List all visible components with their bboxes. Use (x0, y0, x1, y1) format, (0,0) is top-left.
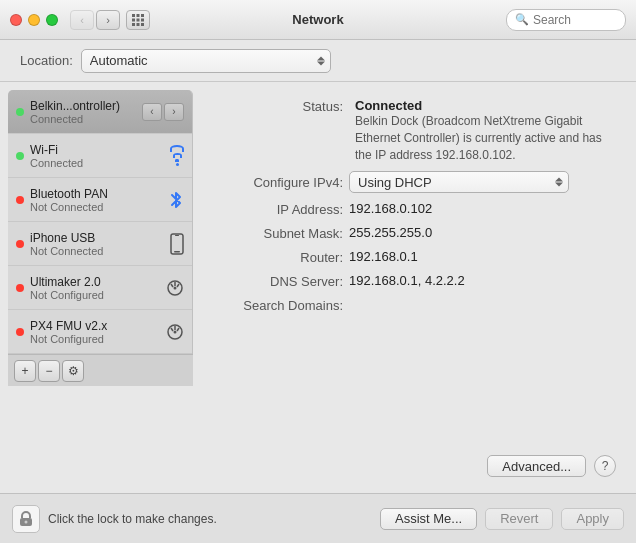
sidebar-text-px4: PX4 FMU v2.x Not Configured (30, 319, 166, 345)
svg-point-21 (174, 330, 177, 333)
ip-address-row: IP Address: 192.168.0.102 (213, 201, 616, 217)
search-icon: 🔍 (515, 13, 529, 26)
sidebar-item-iphone[interactable]: iPhone USB Not Connected (8, 222, 192, 266)
sidebar-bottom: + − ⚙ (8, 354, 193, 386)
search-input[interactable] (533, 13, 623, 27)
dial-icon-ultimaker (166, 279, 184, 297)
sidebar-status-bluetooth: Not Connected (30, 201, 168, 213)
router-row: Router: 192.168.0.1 (213, 249, 616, 265)
remove-network-button[interactable]: − (38, 360, 60, 382)
svg-line-19 (177, 328, 179, 331)
svg-rect-3 (132, 18, 135, 21)
add-network-button[interactable]: + (14, 360, 36, 382)
subnet-mask-row: Subnet Mask: 255.255.255.0 (213, 225, 616, 241)
apply-button[interactable]: Apply (561, 508, 624, 530)
ip-address-value: 192.168.0.102 (349, 201, 616, 216)
sidebar-text-belkin: Belkin...ontroller) Connected (30, 99, 138, 125)
svg-rect-1 (137, 14, 140, 17)
sidebar-status-px4: Not Configured (30, 333, 166, 345)
sidebar-name-belkin: Belkin...ontroller) (30, 99, 138, 113)
sidebar-text-ultimaker: Ultimaker 2.0 Not Configured (30, 275, 166, 301)
location-bar: Location: Automatic Edit Locations... (0, 40, 636, 82)
forward-button[interactable]: › (96, 10, 120, 30)
svg-rect-8 (141, 23, 144, 26)
sidebar-status-belkin: Connected (30, 113, 138, 125)
subnet-mask-value: 255.255.255.0 (349, 225, 616, 240)
svg-line-20 (171, 328, 173, 331)
sidebar-name-bluetooth: Bluetooth PAN (30, 187, 168, 201)
sidebar-item-wifi[interactable]: Wi-Fi Connected (8, 134, 192, 178)
status-dot-iphone (16, 240, 24, 248)
sidebar-status-ultimaker: Not Configured (30, 289, 166, 301)
phone-icon (170, 233, 184, 255)
back-button[interactable]: ‹ (70, 10, 94, 30)
router-value: 192.168.0.1 (349, 249, 616, 264)
svg-rect-10 (174, 251, 180, 253)
location-select-wrapper: Automatic Edit Locations... (81, 49, 331, 73)
sidebar-status-iphone: Not Connected (30, 245, 170, 257)
dial-icon-px4 (166, 323, 184, 341)
traffic-lights (10, 14, 58, 26)
advanced-button[interactable]: Advanced... (487, 455, 586, 477)
nav-buttons: ‹ › (70, 10, 120, 30)
sidebar-nav-back[interactable]: ‹ (142, 103, 162, 121)
status-dot-belkin (16, 108, 24, 116)
grid-button[interactable] (126, 10, 150, 30)
bottom-buttons: Assist Me... Revert Apply (380, 508, 624, 530)
wifi-icon (170, 145, 184, 166)
sidebar-item-belkin[interactable]: Belkin...ontroller) Connected ‹ › (8, 90, 192, 134)
location-select[interactable]: Automatic Edit Locations... (81, 49, 331, 73)
status-description: Belkin Dock (Broadcom NetXtreme Gigabit … (355, 113, 616, 163)
ip-address-label: IP Address: (213, 201, 343, 217)
status-value: Connected (355, 98, 616, 113)
lock-area: Click the lock to make changes. (12, 505, 380, 533)
svg-line-14 (177, 284, 179, 287)
router-label: Router: (213, 249, 343, 265)
svg-point-16 (174, 286, 177, 289)
svg-rect-2 (141, 14, 144, 17)
maximize-button[interactable] (46, 14, 58, 26)
search-bar[interactable]: 🔍 (506, 9, 626, 31)
minimize-button[interactable] (28, 14, 40, 26)
main-content: Belkin...ontroller) Connected ‹ › Wi-Fi … (0, 82, 636, 493)
bluetooth-icon (168, 190, 184, 210)
close-button[interactable] (10, 14, 22, 26)
sidebar-text-iphone: iPhone USB Not Connected (30, 231, 170, 257)
svg-rect-6 (132, 23, 135, 26)
status-label: Status: (213, 98, 343, 114)
svg-rect-0 (132, 14, 135, 17)
status-dot-wifi (16, 152, 24, 160)
svg-rect-4 (137, 18, 140, 21)
sidebar-status-wifi: Connected (30, 157, 170, 169)
dns-server-value: 192.168.0.1, 4.2.2.2 (349, 273, 616, 288)
status-dot-px4 (16, 328, 24, 336)
configure-ipv4-label: Configure IPv4: (213, 174, 343, 190)
location-label: Location: (20, 53, 73, 68)
dns-server-label: DNS Server: (213, 273, 343, 289)
help-button[interactable]: ? (594, 455, 616, 477)
sidebar-item-ultimaker[interactable]: Ultimaker 2.0 Not Configured (8, 266, 192, 310)
sidebar-name-px4: PX4 FMU v2.x (30, 319, 166, 333)
status-row: Status: Connected Belkin Dock (Broadcom … (213, 98, 616, 163)
dns-server-row: DNS Server: 192.168.0.1, 4.2.2.2 (213, 273, 616, 289)
window-title: Network (292, 12, 343, 27)
status-dot-ultimaker (16, 284, 24, 292)
status-dot-bluetooth (16, 196, 24, 204)
search-domains-row: Search Domains: (213, 297, 616, 313)
sidebar-name-ultimaker: Ultimaker 2.0 (30, 275, 166, 289)
svg-line-15 (171, 284, 173, 287)
sidebar-name-wifi: Wi-Fi (30, 143, 170, 157)
sidebar-name-iphone: iPhone USB (30, 231, 170, 245)
sidebar-text-bluetooth: Bluetooth PAN Not Connected (30, 187, 168, 213)
sidebar-item-px4[interactable]: PX4 FMU v2.x Not Configured (8, 310, 192, 354)
configure-ipv4-row: Configure IPv4: Using DHCP Manually Off (213, 171, 616, 193)
revert-button[interactable]: Revert (485, 508, 553, 530)
bottom-bar: Click the lock to make changes. Assist M… (0, 493, 636, 543)
settings-network-button[interactable]: ⚙ (62, 360, 84, 382)
configure-ipv4-select[interactable]: Using DHCP Manually Off (349, 171, 569, 193)
sidebar-nav-forward[interactable]: › (164, 103, 184, 121)
svg-rect-7 (137, 23, 140, 26)
lock-button[interactable] (12, 505, 40, 533)
assist-me-button[interactable]: Assist Me... (380, 508, 477, 530)
sidebar-item-bluetooth[interactable]: Bluetooth PAN Not Connected (8, 178, 192, 222)
